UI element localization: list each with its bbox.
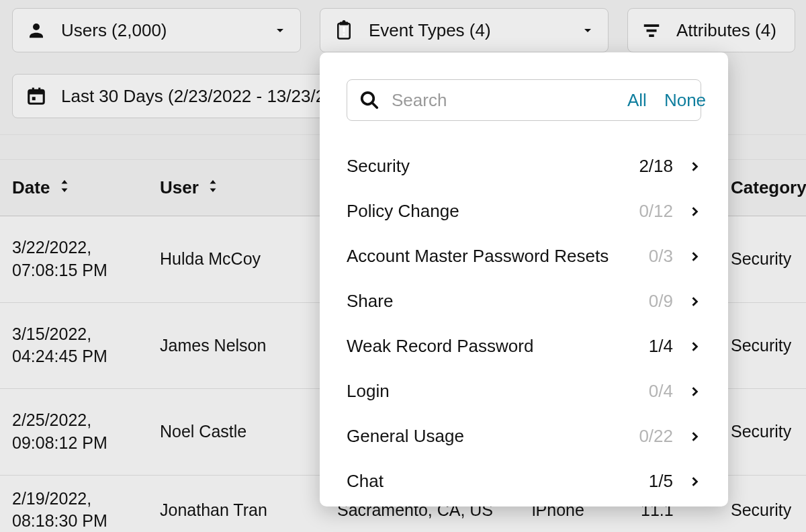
event-types-filter-label: Event Types (4) [369,20,491,41]
sort-icon [209,180,217,192]
chevron-right-icon [688,385,701,398]
event-type-category-item[interactable]: Weak Record Password 1/4 [347,324,701,369]
header-date[interactable]: Date [0,177,160,198]
category-label: Policy Change [347,201,459,222]
cell-user: Jonathan Tran [160,488,337,533]
category-count: 0/3 [649,246,673,267]
caret-down-icon [272,22,288,38]
category-label: Chat [347,471,384,492]
search-icon [359,90,379,110]
cell-category: Security [731,488,806,533]
header-user[interactable]: User [160,177,337,198]
select-none-link[interactable]: None [664,90,706,111]
cell-date: 2/19/2022,08:18:30 PM [0,488,160,533]
users-filter-button[interactable]: Users (2,000) [12,8,301,52]
caret-down-icon [580,22,596,38]
cell-date: 2/25/2022,09:08:12 PM [0,409,160,455]
cell-user: Noel Castle [160,409,337,455]
filter-icon [640,19,663,42]
header-user-label: User [160,177,199,197]
dropdown-search-wrap: All None [347,79,701,121]
header-category-label: Category [731,177,806,197]
event-type-category-item[interactable]: Share 0/9 [347,279,701,324]
cell-category: Security [731,236,806,282]
svg-rect-8 [29,90,44,94]
svg-line-13 [372,103,377,108]
dropdown-search-input[interactable] [392,90,610,111]
cell-category: Security [731,323,806,369]
category-label: Weak Record Password [347,336,533,357]
event-type-category-item[interactable]: Login 0/4 [347,369,701,414]
cell-user: Hulda McCoy [160,236,337,282]
svg-rect-2 [343,27,345,32]
header-date-label: Date [12,177,50,197]
svg-rect-6 [649,34,654,37]
event-type-category-item[interactable]: Policy Change 0/12 [347,189,701,234]
clipboard-alert-icon [332,19,355,42]
chevron-right-icon [688,250,701,263]
svg-rect-11 [32,97,36,100]
event-type-category-item[interactable]: Chat 1/5 [347,459,701,504]
date-range-label: Last 30 Days (2/23/2022 - 13/23/2 [61,86,325,107]
attributes-filter-button[interactable]: Attributes (4) [627,8,795,52]
svg-point-0 [33,24,40,30]
user-icon [25,19,48,42]
event-type-category-item[interactable]: General Usage 0/22 [347,414,701,459]
chevron-right-icon [688,160,701,173]
event-type-category-item[interactable]: Security 2/18 [347,144,701,189]
chevron-right-icon [688,475,701,488]
chevron-right-icon [688,430,701,443]
category-label: Share [347,291,393,312]
svg-rect-4 [644,24,660,27]
filter-bar-row-1: Users (2,000) Event Types (4) Attributes… [0,0,806,55]
category-count: 0/12 [639,201,673,222]
chevron-right-icon [688,340,701,353]
users-filter-label: Users (2,000) [61,20,167,41]
category-count: 0/9 [649,291,673,312]
cell-category: Security [731,409,806,455]
cell-date: 3/22/2022,07:08:15 PM [0,236,160,282]
date-range-filter-button[interactable]: Last 30 Days (2/23/2022 - 13/23/2 [12,74,338,118]
category-count: 1/4 [649,336,673,357]
sort-icon [60,180,69,192]
svg-rect-10 [38,88,40,92]
select-all-link[interactable]: All [627,90,647,111]
category-count: 0/4 [649,381,673,402]
svg-rect-5 [647,30,657,32]
category-label: Security [347,156,410,177]
chevron-right-icon [688,295,701,308]
event-types-filter-button[interactable]: Event Types (4) [320,8,609,52]
category-label: General Usage [347,426,464,447]
event-type-category-list: Security 2/18 Policy Change 0/12 Account… [347,144,701,504]
category-count: 0/22 [639,426,673,447]
category-count: 1/5 [649,471,673,492]
header-category[interactable]: Category [731,177,806,198]
event-type-category-item[interactable]: Account Master Password Resets 0/3 [347,234,701,279]
svg-rect-9 [32,88,34,92]
calendar-icon [25,85,48,107]
category-label: Account Master Password Resets [347,246,609,267]
category-count: 2/18 [639,156,673,177]
event-types-dropdown-panel: All None Security 2/18 Policy Change 0/1… [320,52,728,506]
chevron-right-icon [688,205,701,218]
svg-rect-3 [343,34,345,36]
cell-user: James Nelson [160,323,337,369]
attributes-filter-label: Attributes (4) [676,20,776,41]
cell-date: 3/15/2022,04:24:45 PM [0,323,160,369]
category-label: Login [347,381,390,402]
